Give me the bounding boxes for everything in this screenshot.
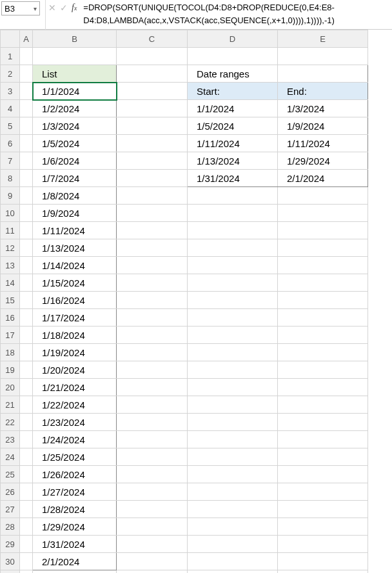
cell-D20[interactable] (188, 379, 278, 396)
cell-E24[interactable] (278, 448, 368, 466)
column-header-A[interactable]: A (20, 30, 33, 48)
cell-B29[interactable]: 1/31/2024 (33, 536, 117, 553)
cell-D27[interactable] (188, 501, 278, 518)
cell-E16[interactable] (278, 309, 368, 327)
cell-E28[interactable] (278, 518, 368, 536)
cell-A28[interactable] (20, 518, 33, 536)
cell-E7[interactable]: 1/29/2024 (278, 152, 368, 170)
row-header-15[interactable]: 15 (1, 292, 20, 309)
cell-A4[interactable] (20, 100, 33, 117)
cell-C14[interactable] (117, 274, 188, 292)
cell-C2[interactable] (117, 65, 188, 83)
cell-E31[interactable] (278, 570, 368, 574)
row-header-24[interactable]: 24 (1, 448, 20, 466)
cell-B19[interactable]: 1/20/2024 (33, 361, 117, 379)
cell-C22[interactable] (117, 414, 188, 431)
cell-B15[interactable]: 1/16/2024 (33, 292, 117, 309)
cell-C12[interactable] (117, 239, 188, 257)
cell-C16[interactable] (117, 309, 188, 327)
cell-D25[interactable] (188, 466, 278, 483)
formula-input[interactable]: =DROP(SORT(UNIQUE(TOCOL(D4:D8+DROP(REDUC… (77, 0, 392, 28)
cell-D16[interactable] (188, 309, 278, 327)
row-header-26[interactable]: 26 (1, 483, 20, 501)
cell-C25[interactable] (117, 466, 188, 483)
cell-D17[interactable] (188, 327, 278, 344)
cell-E22[interactable] (278, 414, 368, 431)
cell-D15[interactable] (188, 292, 278, 309)
row-header-22[interactable]: 22 (1, 414, 20, 431)
row-header-9[interactable]: 9 (1, 187, 20, 205)
row-header-12[interactable]: 12 (1, 239, 20, 257)
cell-A23[interactable] (20, 431, 33, 448)
cell-E21[interactable] (278, 396, 368, 414)
cell-B1[interactable] (33, 48, 117, 65)
cell-C31[interactable] (117, 570, 188, 574)
cell-E8[interactable]: 2/1/2024 (278, 170, 368, 187)
row-header-5[interactable]: 5 (1, 117, 20, 135)
row-header-28[interactable]: 28 (1, 518, 20, 536)
column-header-C[interactable]: C (117, 30, 188, 48)
cell-E26[interactable] (278, 483, 368, 501)
cell-A19[interactable] (20, 361, 33, 379)
cell-C1[interactable] (117, 48, 188, 65)
cell-A14[interactable] (20, 274, 33, 292)
column-header-B[interactable]: B (33, 30, 117, 48)
cell-A20[interactable] (20, 379, 33, 396)
cell-C29[interactable] (117, 536, 188, 553)
cell-C4[interactable] (117, 100, 188, 117)
row-header-16[interactable]: 16 (1, 309, 20, 327)
chevron-down-icon[interactable]: ▾ (34, 5, 37, 12)
cell-C5[interactable] (117, 117, 188, 135)
cell-D12[interactable] (188, 239, 278, 257)
row-header-13[interactable]: 13 (1, 257, 20, 274)
cell-C11[interactable] (117, 222, 188, 239)
cell-B24[interactable]: 1/25/2024 (33, 448, 117, 466)
cell-C19[interactable] (117, 361, 188, 379)
cell-D13[interactable] (188, 257, 278, 274)
cell-C26[interactable] (117, 483, 188, 501)
cell-E12[interactable] (278, 239, 368, 257)
cell-D7[interactable]: 1/13/2024 (188, 152, 278, 170)
cell-C13[interactable] (117, 257, 188, 274)
cell-E5[interactable]: 1/9/2024 (278, 117, 368, 135)
cell-E23[interactable] (278, 431, 368, 448)
spreadsheet-grid[interactable]: ABCDE12ListDate ranges31/1/2024Start:End… (0, 30, 392, 573)
cell-C21[interactable] (117, 396, 188, 414)
cell-A17[interactable] (20, 327, 33, 344)
cell-D9[interactable] (188, 187, 278, 205)
cell-B14[interactable]: 1/15/2024 (33, 274, 117, 292)
cell-B23[interactable]: 1/24/2024 (33, 431, 117, 448)
cell-E2[interactable] (278, 65, 368, 83)
row-header-10[interactable]: 10 (1, 205, 20, 222)
cell-C20[interactable] (117, 379, 188, 396)
cell-A9[interactable] (20, 187, 33, 205)
cell-E11[interactable] (278, 222, 368, 239)
cell-A24[interactable] (20, 448, 33, 466)
cell-C17[interactable] (117, 327, 188, 344)
cell-B13[interactable]: 1/14/2024 (33, 257, 117, 274)
cell-D8[interactable]: 1/31/2024 (188, 170, 278, 187)
row-header-18[interactable]: 18 (1, 344, 20, 361)
cell-A5[interactable] (20, 117, 33, 135)
cell-B2[interactable]: List (33, 65, 117, 83)
row-header-8[interactable]: 8 (1, 170, 20, 187)
cell-E9[interactable] (278, 187, 368, 205)
row-header-30[interactable]: 30 (1, 553, 20, 570)
row-header-17[interactable]: 17 (1, 327, 20, 344)
cell-A7[interactable] (20, 152, 33, 170)
cell-A6[interactable] (20, 135, 33, 152)
row-header-29[interactable]: 29 (1, 536, 20, 553)
cell-B17[interactable]: 1/18/2024 (33, 327, 117, 344)
cell-C8[interactable] (117, 170, 188, 187)
row-header-31[interactable]: 31 (1, 570, 20, 574)
cell-A27[interactable] (20, 501, 33, 518)
cell-B20[interactable]: 1/21/2024 (33, 379, 117, 396)
cell-A16[interactable] (20, 309, 33, 327)
cell-D21[interactable] (188, 396, 278, 414)
row-header-2[interactable]: 2 (1, 65, 20, 83)
cell-A15[interactable] (20, 292, 33, 309)
cell-D19[interactable] (188, 361, 278, 379)
cell-A29[interactable] (20, 536, 33, 553)
row-header-11[interactable]: 11 (1, 222, 20, 239)
cell-C30[interactable] (117, 553, 188, 570)
